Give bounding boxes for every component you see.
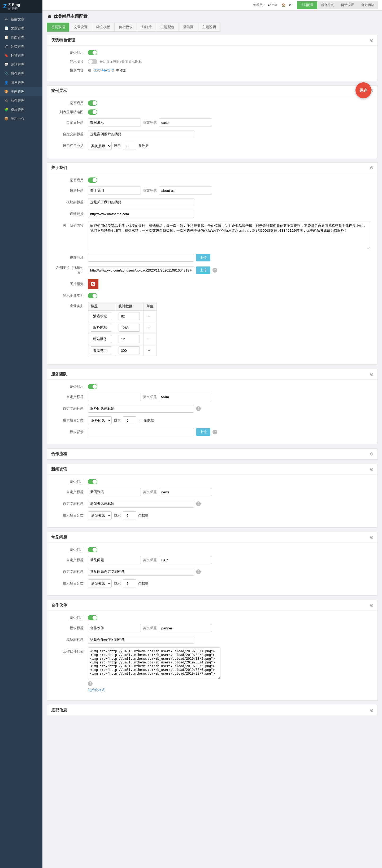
about-link-input[interactable]	[88, 210, 194, 218]
team-title-input[interactable]	[88, 393, 141, 401]
news-cat-select[interactable]: 新闻资讯	[88, 512, 112, 519]
sidebar-item-user[interactable]: 👤 用户管理	[0, 78, 42, 87]
tab-slider[interactable]: 幻灯片	[137, 23, 156, 32]
news-count-input[interactable]	[123, 512, 136, 519]
stats-count-4[interactable]	[118, 346, 140, 354]
faq-enabled-toggle[interactable]	[88, 547, 97, 552]
section-about-header[interactable]: 关于我们 ⊙	[47, 163, 378, 173]
partner-list-help[interactable]: ?	[88, 681, 93, 686]
topbar-btn-settings[interactable]: 网站设置	[338, 1, 357, 9]
news-subtitle-help[interactable]: ?	[196, 501, 201, 506]
tab-post[interactable]: 文章设置	[69, 23, 92, 32]
faq-count-input[interactable]	[123, 580, 136, 587]
sidebar-item-new-post[interactable]: ✏ 新建文章	[0, 15, 42, 24]
team-bg-input[interactable]	[88, 428, 194, 436]
faq-cat-select[interactable]: 新闻资讯	[88, 580, 112, 587]
youshi-module-link[interactable]: 优势特色管理	[93, 68, 114, 73]
stats-title-3[interactable]	[91, 335, 112, 343]
about-video-upload-btn[interactable]: 上传	[196, 254, 210, 261]
partner-list-textarea[interactable]	[88, 648, 220, 679]
about-en-input[interactable]	[159, 187, 212, 194]
sidebar-item-plugin[interactable]: 🔌 插件管理	[0, 96, 42, 105]
sidebar-item-cat[interactable]: 🏷 分类管理	[0, 42, 42, 51]
sidebar-item-page[interactable]: 📋 页面管理	[0, 33, 42, 42]
stats-title-1[interactable]	[91, 312, 112, 320]
about-img-upload-btn[interactable]: 上传	[196, 267, 210, 274]
section-news-header[interactable]: 新闻资讯 ⊙	[47, 464, 378, 475]
stats-title-2[interactable]	[91, 323, 112, 332]
partner-enabled-toggle[interactable]	[88, 615, 97, 620]
news-subtitle-input[interactable]	[88, 500, 194, 508]
sidebar-item-theme[interactable]: 🎨 主题管理	[0, 87, 42, 96]
case-en-input[interactable]	[159, 119, 212, 126]
news-en-input[interactable]	[159, 488, 212, 496]
comment-icon: 💬	[4, 62, 8, 66]
section-team-header[interactable]: 服务团队 ⊙	[47, 369, 378, 380]
section-partner-header[interactable]: 合作伙伴 ⊙	[47, 600, 378, 611]
stats-title-4[interactable]	[91, 346, 112, 354]
youshi-enabled-content	[88, 50, 371, 55]
section-process-header[interactable]: 合作流程 ⊙	[47, 449, 378, 459]
save-button[interactable]: 保存	[355, 82, 371, 98]
topbar-btn-admin[interactable]: 后台首页	[317, 1, 338, 9]
team-en-input[interactable]	[159, 393, 212, 401]
sidebar-item-module[interactable]: 🧩 模块管理	[0, 105, 42, 114]
section-case-header[interactable]: 案例展示 ⊙	[47, 86, 378, 96]
case-cat-select[interactable]: 案例展示	[88, 142, 112, 150]
tab-login[interactable]: 登陆页	[178, 23, 198, 32]
team-subtitle-input[interactable]	[88, 405, 194, 413]
about-strength-toggle[interactable]	[88, 293, 97, 298]
sidebar-item-app[interactable]: 📦 应用中心	[0, 114, 42, 123]
tab-color[interactable]: 主题配色	[156, 23, 179, 32]
refresh-icon[interactable]: ↺	[289, 3, 292, 7]
about-img-help[interactable]: ?	[212, 268, 217, 273]
news-enabled-toggle[interactable]	[88, 479, 97, 484]
team-cat-select[interactable]: 服务团队	[88, 416, 112, 424]
youshi-enabled-toggle[interactable]	[88, 50, 97, 55]
youshi-slide-toggle[interactable]	[88, 59, 97, 64]
sidebar-item-comment[interactable]: 💬 评论管理	[0, 60, 42, 69]
about-img-input[interactable]	[88, 266, 194, 274]
tab-about[interactable]: 主题说明	[198, 23, 220, 32]
tab-sidebar[interactable]: 侧栏模块	[114, 23, 137, 32]
faq-subtitle-input[interactable]	[88, 568, 194, 576]
sidebar-item-attach[interactable]: 📎 附件管理	[0, 69, 42, 78]
about-subtitle-input[interactable]	[88, 198, 194, 206]
about-title-input[interactable]	[88, 187, 141, 194]
partner-init-btn[interactable]: 初始化格式	[88, 688, 105, 692]
case-title-input[interactable]	[88, 119, 141, 126]
team-count-input[interactable]	[123, 416, 136, 424]
partner-title-input[interactable]	[88, 624, 141, 632]
section-faq-header[interactable]: 常见问题 ⊙	[47, 532, 378, 543]
topbar-btn-official[interactable]: 官方网站	[357, 1, 378, 9]
about-video-input[interactable]	[88, 254, 194, 262]
case-enabled-toggle[interactable]	[88, 100, 97, 106]
team-bg-upload-btn[interactable]: 上传	[196, 428, 210, 436]
news-title-input[interactable]	[88, 488, 141, 496]
faq-en-input[interactable]	[159, 556, 212, 564]
stats-count-3[interactable]	[118, 335, 140, 343]
tab-home[interactable]: 首页数据	[47, 23, 70, 32]
sidebar-item-post[interactable]: 📄 文章管理	[0, 24, 42, 33]
sidebar-item-tag[interactable]: 🔖 标签管理	[0, 51, 42, 60]
tab-standalone[interactable]: 独立模板	[92, 23, 114, 32]
partner-subtitle-input[interactable]	[88, 636, 194, 644]
stats-count-2[interactable]	[118, 323, 140, 332]
case-subtitle-input[interactable]	[88, 130, 194, 138]
case-list-toggle[interactable]	[88, 110, 97, 115]
about-enabled-toggle[interactable]	[88, 178, 97, 183]
team-enabled-toggle[interactable]	[88, 384, 97, 389]
faq-title-input[interactable]	[88, 556, 141, 564]
home-icon[interactable]: 🏠	[281, 3, 286, 7]
case-count-input[interactable]	[123, 142, 136, 150]
team-bg-help[interactable]: ?	[212, 430, 217, 434]
topbar-btn-theme[interactable]: 主题配置	[297, 1, 317, 9]
section-footer-header[interactable]: 底部信息 ⊙	[47, 705, 378, 716]
team-subtitle-help[interactable]: ?	[196, 406, 201, 411]
stats-count-1[interactable]	[118, 312, 140, 320]
partner-en-input[interactable]	[159, 624, 212, 632]
about-content-textarea[interactable]	[88, 222, 371, 249]
sidebar-item-label: 页面管理	[11, 35, 25, 40]
faq-subtitle-help[interactable]: ?	[196, 569, 201, 574]
section-youshi-header[interactable]: 优势特色管理 ⊙	[47, 35, 378, 46]
